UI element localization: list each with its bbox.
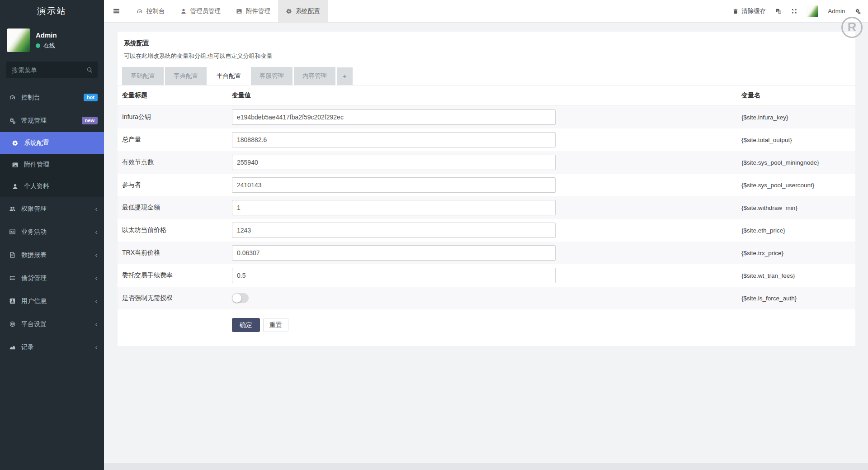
sidebar-item-profile[interactable]: 个人资料 bbox=[0, 176, 104, 197]
user-name: Admin bbox=[36, 31, 57, 39]
sidebar-item-attachment[interactable]: 附件管理 bbox=[0, 154, 104, 176]
config-tab-0[interactable]: 基础配置 bbox=[122, 67, 164, 85]
config-tab-4[interactable]: 内容管理 bbox=[294, 67, 335, 85]
topbar-tab-dashboard[interactable]: 控制台 bbox=[129, 0, 173, 22]
clear-cache-button[interactable]: 清除缓存 bbox=[732, 7, 766, 15]
user-info: Admin 在线 bbox=[36, 31, 57, 50]
config-row: 委托交易手续费率{$site.wt_tran_fees} bbox=[118, 264, 855, 287]
chevron-left-icon: ‹ bbox=[95, 205, 98, 213]
topbar-avatar[interactable] bbox=[807, 5, 818, 17]
add-group-tab[interactable]: + bbox=[337, 67, 353, 85]
row-variable-name: {$site.trx_price} bbox=[741, 250, 855, 256]
config-value-input[interactable] bbox=[232, 109, 556, 125]
config-row: TRX当前价格{$site.trx_price} bbox=[118, 242, 855, 264]
row-variable-name: {$site.wt_tran_fees} bbox=[741, 272, 855, 279]
sidebar: 演示站 Admin 在线 控制台hot常规管理new系统配置附件管理个人资料权限… bbox=[0, 0, 104, 470]
sidebar-item-record[interactable]: 记录‹ bbox=[0, 336, 104, 359]
sidebar-toggle-button[interactable] bbox=[104, 0, 129, 22]
config-value-input[interactable] bbox=[232, 177, 556, 193]
row-variable-name: {$site.sys_pool_usercount} bbox=[741, 182, 855, 189]
column-header-name: 变量名 bbox=[741, 91, 855, 100]
config-value-input[interactable] bbox=[232, 200, 556, 215]
config-row: 以太坊当前价格{$site.eth_price} bbox=[118, 219, 855, 242]
config-tabbar: 基础配置字典配置平台配置客服管理内容管理+ bbox=[118, 67, 855, 85]
sidebar-item-general[interactable]: 常规管理new bbox=[0, 109, 104, 132]
sidebar-item-label: 常规管理 bbox=[21, 117, 47, 125]
file-text-icon bbox=[8, 252, 17, 258]
sidebar-item-auth[interactable]: 权限管理‹ bbox=[0, 197, 104, 220]
topbar-username[interactable]: Admin bbox=[828, 8, 845, 14]
row-variable-name: {$site.eth_price} bbox=[741, 227, 855, 234]
gear-icon bbox=[11, 140, 19, 147]
topbar-tab-label: 控制台 bbox=[146, 7, 165, 15]
sidebar-item-label: 用户信息 bbox=[21, 297, 47, 305]
sidebar-menu: 控制台hot常规管理new系统配置附件管理个人资料权限管理‹业务活动‹数据报表‹… bbox=[0, 86, 104, 359]
form-actions: 确定 重置 bbox=[232, 318, 855, 332]
row-value-cell bbox=[232, 245, 741, 261]
sidebar-item-loan[interactable]: 借贷管理‹ bbox=[0, 266, 104, 290]
bullseye-icon bbox=[8, 321, 17, 328]
config-tab-1[interactable]: 字典配置 bbox=[165, 67, 207, 85]
language-switch-icon[interactable]: 文A bbox=[775, 8, 782, 14]
trash-icon bbox=[732, 8, 739, 14]
row-title: 是否强制无需授权 bbox=[122, 294, 232, 302]
row-title: 参与者 bbox=[122, 181, 232, 189]
topbar-tab-attachment[interactable]: 附件管理 bbox=[228, 0, 278, 22]
chart-area-icon bbox=[8, 344, 17, 351]
fullscreen-icon[interactable] bbox=[791, 8, 797, 14]
sidebar-item-config[interactable]: 系统配置 bbox=[0, 132, 104, 154]
user-status-label: 在线 bbox=[43, 42, 55, 50]
submit-button[interactable]: 确定 bbox=[232, 318, 260, 332]
gear-icon bbox=[286, 8, 292, 14]
row-title: Infura公钥 bbox=[122, 113, 232, 121]
settings-cogs-icon[interactable] bbox=[855, 8, 861, 14]
row-title: 委托交易手续费率 bbox=[122, 271, 232, 280]
topbar-tab-label: 附件管理 bbox=[246, 7, 270, 15]
topbar-tab-admin[interactable]: 管理员管理 bbox=[173, 0, 229, 22]
force-auth-toggle[interactable] bbox=[232, 293, 249, 303]
sidebar-item-report[interactable]: 数据报表‹ bbox=[0, 243, 104, 266]
config-tab-3[interactable]: 客服管理 bbox=[251, 67, 292, 85]
user-status: 在线 bbox=[36, 42, 57, 50]
user-icon bbox=[11, 183, 19, 190]
gauge-icon bbox=[8, 94, 17, 101]
config-value-input[interactable] bbox=[232, 223, 556, 238]
config-value-input[interactable] bbox=[232, 245, 556, 261]
config-row: 总产量{$site.total_output} bbox=[118, 128, 855, 151]
sidebar-item-label: 业务活动 bbox=[21, 228, 47, 236]
config-value-input[interactable] bbox=[232, 155, 556, 170]
column-header-title: 变量标题 bbox=[122, 91, 232, 100]
row-title: 总产量 bbox=[122, 136, 232, 144]
panel-title: 系统配置 bbox=[118, 38, 855, 47]
sidebar-item-dashboard[interactable]: 控制台hot bbox=[0, 86, 104, 109]
config-value-input[interactable] bbox=[232, 268, 556, 283]
sidebar-item-activity[interactable]: 业务活动‹ bbox=[0, 220, 104, 243]
horizontal-scrollbar[interactable] bbox=[104, 463, 868, 470]
topbar-tab-config[interactable]: 系统配置 bbox=[278, 0, 328, 22]
row-variable-name: {$site.total_output} bbox=[741, 137, 855, 143]
sidebar-item-platform[interactable]: 平台设置‹ bbox=[0, 313, 104, 336]
sidebar-item-label: 数据报表 bbox=[21, 251, 47, 259]
row-variable-name: {$site.is_force_auth} bbox=[741, 295, 855, 302]
chevron-left-icon: ‹ bbox=[95, 274, 98, 282]
reset-button[interactable]: 重置 bbox=[263, 318, 288, 332]
user-panel: Admin 在线 bbox=[0, 23, 104, 57]
online-dot-icon bbox=[36, 43, 40, 48]
user-avatar bbox=[7, 28, 30, 52]
badge-new: new bbox=[82, 117, 98, 124]
main-area: 控制台管理员管理附件管理系统配置 清除缓存 文A Admin R 系统配置 可以… bbox=[104, 0, 868, 470]
chevron-left-icon: ‹ bbox=[95, 343, 98, 351]
menu-search-input[interactable] bbox=[6, 62, 98, 78]
sidebar-item-label: 附件管理 bbox=[24, 161, 49, 169]
config-row: 最低提现金额{$site.withdraw_min} bbox=[118, 196, 855, 219]
row-title: 有效节点数 bbox=[122, 158, 232, 166]
config-row: 参与者{$site.sys_pool_usercount} bbox=[118, 174, 855, 196]
brand-title[interactable]: 演示站 bbox=[0, 0, 104, 23]
sidebar-item-label: 借贷管理 bbox=[21, 274, 47, 282]
row-title: TRX当前价格 bbox=[122, 249, 232, 257]
sidebar-item-userinfo[interactable]: 用户信息‹ bbox=[0, 290, 104, 313]
config-tab-2[interactable]: 平台配置 bbox=[208, 67, 250, 85]
config-value-input[interactable] bbox=[232, 132, 556, 147]
row-value-cell bbox=[232, 223, 741, 238]
address-book-icon bbox=[8, 298, 17, 304]
